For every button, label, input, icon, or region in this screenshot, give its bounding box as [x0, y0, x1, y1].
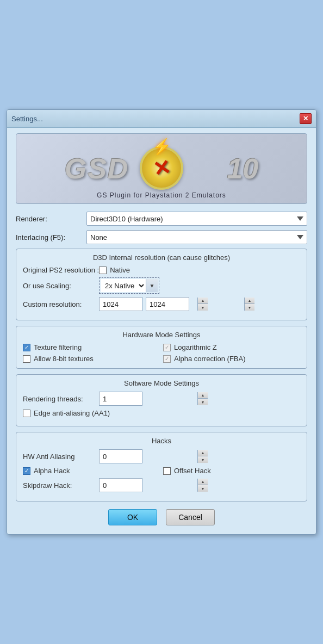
offset-hack-checkbox[interactable]: [163, 467, 171, 475]
custom-resolution-row: Custom resolution: ▲ ▼ ▲ ▼: [23, 297, 300, 311]
skipdraw-row: Skipdraw Hack: ▲ ▼: [23, 478, 300, 492]
hw-anti-aliasing-row: HW Anti Aliasing ▲ ▼: [23, 449, 300, 463]
custom-resolution-label: Custom resolution:: [23, 300, 99, 308]
allow-8bit-text: Allow 8-bit textures: [34, 355, 94, 363]
hw-aa-down-button[interactable]: ▼: [198, 456, 208, 463]
interlacing-label: Interlacing (F5):: [16, 233, 86, 242]
hw-anti-aliasing-spinners: ▲ ▼: [197, 450, 208, 463]
alpha-correction-label[interactable]: Alpha correction (FBA): [163, 355, 300, 363]
hack-checkboxes-grid: Alpha Hack Offset Hack: [23, 467, 300, 475]
alpha-hack-text: Alpha Hack: [34, 467, 70, 475]
skipdraw-up-button[interactable]: ▲: [198, 479, 208, 485]
offset-hack-text: Offset Hack: [174, 467, 211, 475]
renderer-row: Renderer: Direct3D10 (Hardware) Direct3D…: [16, 212, 307, 226]
skipdraw-label: Skipdraw Hack:: [23, 481, 99, 490]
renderer-select[interactable]: Direct3D10 (Hardware) Direct3D9 (Hardwar…: [86, 212, 307, 226]
alpha-correction-checkbox[interactable]: [163, 355, 171, 363]
native-checkbox-label[interactable]: Native: [99, 266, 130, 274]
rendering-threads-value[interactable]: [100, 394, 197, 404]
resolution-y-input: ▲ ▼: [146, 297, 189, 311]
cancel-button[interactable]: Cancel: [166, 509, 215, 525]
texture-filtering-text: Texture filtering: [34, 343, 82, 351]
software-section-title: Software Mode Settings: [23, 379, 300, 387]
resolution-y-value[interactable]: [146, 299, 244, 309]
resolution-inputs: ▲ ▼ ▲ ▼: [99, 297, 189, 311]
title-bar: Settings... ✕: [7, 110, 316, 128]
scaling-select[interactable]: 1x Native 2x Native 3x Native 4x Native …: [101, 279, 146, 292]
skipdraw-value[interactable]: [100, 480, 197, 491]
close-button[interactable]: ✕: [300, 113, 312, 124]
alpha-correction-text: Alpha correction (FBA): [174, 355, 246, 363]
interlacing-row: Interlacing (F5): None Weave tff Bob tff…: [16, 230, 307, 244]
native-label: Original PS2 resolution :: [23, 266, 99, 274]
resolution-y-down-button[interactable]: ▼: [245, 304, 254, 311]
rendering-threads-up-button[interactable]: ▲: [198, 392, 208, 399]
allow-8bit-checkbox[interactable]: [23, 355, 30, 363]
software-section: Software Mode Settings Rendering threads…: [16, 374, 307, 426]
scaling-label: Or use Scaling:: [23, 282, 99, 290]
rendering-threads-label: Rendering threads:: [23, 395, 99, 403]
d3d-section: D3D Internal resolution (can cause glitc…: [16, 249, 307, 320]
logo-10-text: 10: [227, 152, 258, 185]
resolution-y-spinners: ▲ ▼: [244, 298, 254, 311]
hw-aa-up-button[interactable]: ▲: [198, 450, 208, 456]
logo-banner: GSD ✕ ⚡ 10 GS Plugin for Playstation 2 E…: [16, 133, 307, 204]
hw-anti-aliasing-input: ▲ ▼: [99, 449, 142, 463]
resolution-y-up-button[interactable]: ▲: [245, 298, 254, 304]
scaling-dropdown-arrow[interactable]: ▼: [146, 279, 158, 292]
hardware-section: Hardware Mode Settings Texture filtering…: [16, 326, 307, 369]
rendering-threads-row: Rendering threads: ▲ ▼: [23, 392, 300, 406]
logo-row: GSD ✕ ⚡ 10: [16, 144, 307, 193]
ok-button[interactable]: OK: [108, 509, 157, 525]
texture-filtering-label[interactable]: Texture filtering: [23, 343, 160, 351]
rendering-threads-spinners: ▲ ▼: [197, 392, 208, 405]
logarithmic-z-text: Logarithmic Z: [174, 343, 217, 351]
rendering-threads-input: ▲ ▼: [99, 392, 142, 406]
edge-aa-text: Edge anti-aliasing (AA1): [34, 409, 110, 417]
skipdraw-input: ▲ ▼: [99, 478, 142, 492]
scaling-select-wrap: 1x Native 2x Native 3x Native 4x Native …: [99, 277, 159, 294]
allow-8bit-label[interactable]: Allow 8-bit textures: [23, 355, 160, 363]
native-checkbox[interactable]: [99, 267, 107, 274]
hacks-section-title: Hacks: [23, 437, 300, 445]
resolution-x-input: ▲ ▼: [99, 297, 142, 311]
edge-aa-row: Edge anti-aliasing (AA1): [23, 409, 300, 417]
alpha-hack-label[interactable]: Alpha Hack: [23, 467, 160, 475]
scaling-row: Or use Scaling: 1x Native 2x Native 3x N…: [23, 277, 300, 294]
hacks-section: Hacks HW Anti Aliasing ▲ ▼ Alpha Hack: [16, 432, 307, 501]
edge-aa-checkbox[interactable]: [23, 410, 30, 417]
logo-x-icon: ✕: [151, 155, 172, 182]
hw-anti-aliasing-value[interactable]: [100, 451, 197, 462]
window-title: Settings...: [11, 115, 43, 123]
texture-filtering-checkbox[interactable]: [23, 344, 30, 351]
logo-subtitle: GS Plugin for Playstation 2 Emulators: [97, 191, 226, 199]
window-content: GSD ✕ ⚡ 10 GS Plugin for Playstation 2 E…: [7, 128, 316, 534]
hardware-section-title: Hardware Mode Settings: [23, 331, 300, 339]
settings-window: Settings... ✕ GSD ✕ ⚡ 10 GS Plugin for P…: [7, 109, 316, 535]
logarithmic-z-checkbox[interactable]: [163, 344, 171, 351]
skipdraw-spinners: ▲ ▼: [197, 479, 208, 492]
edge-aa-label[interactable]: Edge anti-aliasing (AA1): [23, 409, 110, 417]
logo-circle: ✕ ⚡: [140, 146, 183, 190]
native-checkbox-text: Native: [110, 266, 130, 274]
skipdraw-down-button[interactable]: ▼: [198, 485, 208, 492]
interlacing-select[interactable]: None Weave tff Bob tff Blend tff: [86, 230, 307, 244]
hardware-options-grid: Texture filtering Logarithmic Z Allow 8-…: [23, 343, 300, 363]
hw-anti-aliasing-label: HW Anti Aliasing: [23, 453, 99, 461]
logo-gsd-text: GSD: [65, 152, 129, 185]
native-row: Original PS2 resolution : Native: [23, 266, 300, 274]
rendering-threads-down-button[interactable]: ▼: [198, 399, 208, 405]
logo-lightning-icon: ⚡: [152, 138, 171, 156]
logo-circle-container: ✕ ⚡: [140, 146, 183, 190]
d3d-section-title: D3D Internal resolution (can cause glitc…: [23, 253, 300, 262]
ok-cancel-row: OK Cancel: [16, 509, 307, 525]
logarithmic-z-label[interactable]: Logarithmic Z: [163, 343, 300, 351]
offset-hack-label[interactable]: Offset Hack: [163, 467, 300, 475]
alpha-hack-checkbox[interactable]: [23, 467, 30, 475]
renderer-label: Renderer:: [16, 215, 86, 223]
